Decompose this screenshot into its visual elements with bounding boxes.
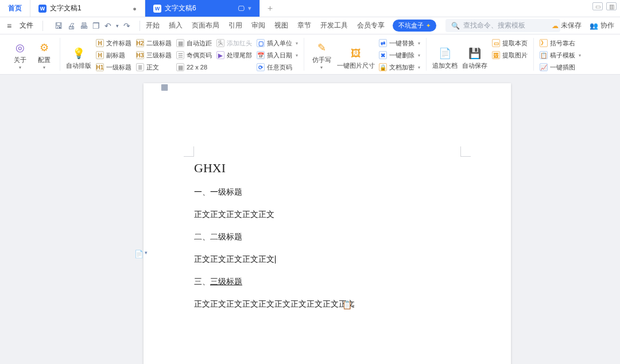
auto-save-button[interactable]: 💾 自动保存: [460, 38, 490, 70]
people-icon: 👥: [590, 22, 598, 30]
tab-label: 文字文稿1: [50, 3, 82, 13]
anchor-icon: ▦: [161, 82, 169, 90]
insert-unit-button[interactable]: ▢插入单位▾: [254, 38, 300, 48]
workspace: ▦ 📄▾ GHXI 一、一级标题 正文正文正文正文正文 二、二级标题 正文正文正…: [0, 75, 620, 364]
tab-doc6[interactable]: W 文字文稿6 🖵 ▾: [145, 0, 260, 17]
append-doc-button[interactable]: 📄 追加文档: [430, 38, 460, 70]
tab-strip: 首页 W 文字文稿1 ● W 文字文稿6 🖵 ▾ ＋ ▭ ▥: [0, 0, 620, 17]
pill-label: 不坑盒子: [398, 21, 424, 30]
any-pageno-button[interactable]: ⟳任意页码: [254, 62, 300, 72]
search-icon: 🔍: [451, 22, 460, 30]
about-icon: ◎: [14, 41, 26, 54]
window-layout1-icon[interactable]: ▭: [592, 2, 603, 10]
menu-devtools[interactable]: 开发工具: [320, 21, 348, 30]
style-h1[interactable]: H1一级标题: [94, 62, 134, 72]
search-placeholder: 查找命令、搜索模板: [463, 21, 525, 30]
chevron-down-icon: ▾: [19, 65, 21, 70]
monitor-icon[interactable]: 🖵: [238, 5, 245, 13]
one-click-replace-button[interactable]: ⇄一键替换▾: [377, 38, 423, 48]
bracket-right-button[interactable]: 》括号靠右: [537, 38, 583, 48]
print-icon[interactable]: 🖶: [80, 21, 88, 30]
unsaved-indicator[interactable]: ☁未保存: [552, 21, 582, 30]
save-icon[interactable]: 🖫: [55, 21, 63, 30]
doc-p2: 正文正文正文正文正文: [194, 254, 459, 265]
style-doc-title[interactable]: H文件标题: [94, 38, 134, 48]
tab-home[interactable]: 首页: [0, 0, 30, 17]
style-body[interactable]: ≣正文: [134, 62, 174, 72]
tab-label: 文字文稿6: [165, 3, 196, 13]
style-sub-title[interactable]: H副标题: [94, 50, 134, 60]
hamburger-icon[interactable]: ≡: [5, 21, 14, 30]
side-paragraph-icon[interactable]: 📄▾: [134, 250, 148, 258]
one-click-chart-button[interactable]: 📈一键插图: [537, 62, 583, 72]
menu-review[interactable]: 审阅: [251, 21, 265, 30]
process-tail-button[interactable]: ▶处理尾部: [214, 50, 254, 60]
margin-corner-tr: [460, 146, 471, 157]
gear-icon: ⚙: [38, 41, 51, 54]
bukeng-box-button[interactable]: 不坑盒子 ✦: [393, 20, 436, 32]
export-icon[interactable]: 🖨: [67, 21, 75, 30]
menu-bar: ≡ 文件 🖫 🖨 🖶 ❐ ↶ ▾ ↷ 开始 插入 页面布局 引用 审阅 视图 章…: [0, 17, 620, 34]
menu-view[interactable]: 视图: [274, 21, 288, 30]
tab-doc1[interactable]: W 文字文稿1 ●: [30, 0, 145, 17]
menu-layout[interactable]: 页面布局: [192, 21, 219, 30]
menu-premium[interactable]: 会员专享: [357, 21, 385, 30]
doc-p1: 正文正文正文正文正文: [194, 210, 459, 220]
margin-corner-tl: [184, 146, 194, 157]
chevron-down-icon: ▾: [43, 65, 45, 70]
menu-insert[interactable]: 插入: [169, 21, 183, 30]
extract-img-button[interactable]: 🖼提取图片: [490, 50, 530, 60]
page[interactable]: ▦ 📄▾ GHXI 一、一级标题 正文正文正文正文正文 二、二级标题 正文正文正…: [144, 83, 511, 364]
auto-layout-button[interactable]: 💡 自动排版: [64, 38, 94, 70]
insert-date-button[interactable]: 📅插入日期▾: [254, 50, 300, 60]
paste-options-icon[interactable]: 📋▾: [342, 300, 355, 309]
preview-icon[interactable]: ❐: [92, 21, 100, 30]
menu-ref[interactable]: 引用: [228, 21, 242, 30]
autosave-icon: 💾: [468, 47, 481, 60]
spark-icon: ✦: [426, 22, 431, 29]
style-h3[interactable]: H3三级标题: [134, 50, 174, 60]
close-icon[interactable]: ▾: [248, 5, 251, 12]
doc-h1: 一、一级标题: [194, 187, 459, 198]
word-doc-icon: W: [153, 5, 161, 13]
extract-page-button[interactable]: ▭提取本页: [490, 38, 530, 48]
file-menu[interactable]: 文件: [16, 21, 37, 30]
auto-margin-button[interactable]: ▦自动边距: [174, 38, 214, 48]
doc-title: GHXI: [194, 161, 459, 176]
style-h2[interactable]: H2二级标题: [134, 38, 174, 48]
doc-h2: 二、二级标题: [194, 232, 459, 242]
image-size-icon: 🖼: [350, 47, 362, 60]
main-menus: 开始 插入 页面布局 引用 审阅 视图 章节 开发工具 会员专享: [146, 21, 385, 30]
window-layout2-icon[interactable]: ▥: [606, 2, 617, 10]
cloud-icon: ☁: [552, 22, 559, 30]
redo-icon[interactable]: ↷: [123, 21, 130, 30]
new-tab-button[interactable]: ＋: [260, 0, 280, 17]
divider: [140, 21, 140, 31]
fake-handwrite-button[interactable]: ✎ 仿手写 ▾: [308, 38, 335, 70]
text-cursor: [275, 255, 276, 264]
add-redhead-button[interactable]: 头添加红头: [214, 38, 254, 48]
collab-button[interactable]: 👥协作: [590, 21, 614, 30]
menu-chapter[interactable]: 章节: [297, 21, 311, 30]
menu-start[interactable]: 开始: [146, 21, 160, 30]
chevron-down-icon: ▾: [320, 65, 323, 70]
quick-icons: 🖫 🖨 🖶 ❐ ↶ ▾ ↷: [49, 21, 134, 30]
template-button[interactable]: 📋稿子模板▾: [537, 50, 583, 60]
append-doc-icon: 📄: [439, 47, 451, 60]
about-button[interactable]: ◎ 关于 ▾: [8, 38, 32, 70]
odd-even-page-button[interactable]: ☰奇偶页码: [174, 50, 214, 60]
ribbon: ◎ 关于 ▾ ⚙ 配置 ▾ 💡 自动排版 H文件标题 H副标题 H1一级标题 H…: [0, 34, 620, 75]
one-click-img-size-button[interactable]: 🖼 一键图片尺寸: [335, 38, 377, 70]
document-content[interactable]: GHXI 一、一级标题 正文正文正文正文正文 二、二级标题 正文正文正文正文正文…: [194, 161, 459, 322]
undo-icon[interactable]: ↶: [104, 21, 111, 30]
search-box[interactable]: 🔍 查找命令、搜索模板: [445, 19, 560, 32]
doc-encrypt-button[interactable]: 🔒文档加密▾: [377, 62, 423, 72]
one-click-delete-button[interactable]: ✖一键删除▾: [377, 50, 423, 60]
divider: [42, 21, 43, 31]
doc-h3: 三、三级标题: [194, 277, 459, 287]
undo-dropdown-icon[interactable]: ▾: [116, 23, 119, 29]
grid-size-button[interactable]: ▦22 x 28: [174, 62, 214, 72]
config-button[interactable]: ⚙ 配置 ▾: [32, 38, 56, 70]
doc-p3: 正文正文正文正文正文正文正文正文正文正文: [194, 299, 459, 309]
close-icon[interactable]: ●: [133, 5, 137, 12]
